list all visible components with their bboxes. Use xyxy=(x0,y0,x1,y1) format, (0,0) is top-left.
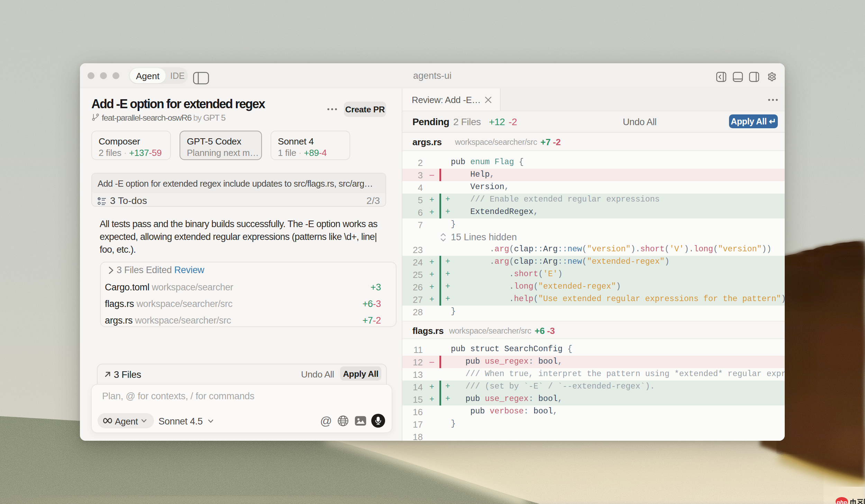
svg-text:php: php xyxy=(836,500,847,504)
